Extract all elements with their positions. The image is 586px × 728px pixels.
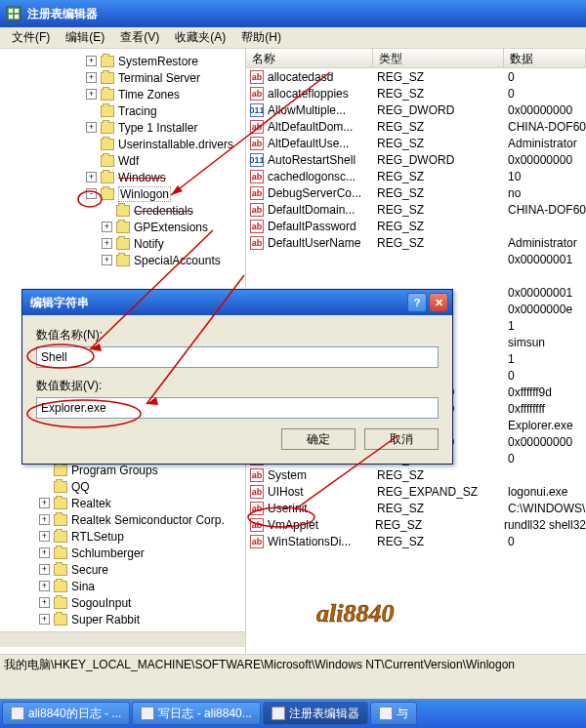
list-row[interactable]: abAltDefaultDom...REG_SZCHINA-DOF60 <box>246 118 586 135</box>
tree-item[interactable]: +Windows <box>4 169 245 185</box>
tree-label: Schlumberger <box>71 546 145 560</box>
list-row[interactable]: abDefaultUserNameREG_SZAdministrator <box>246 234 586 251</box>
menu-help[interactable]: 帮助(H) <box>233 27 289 48</box>
value-name: allocatedasd <box>268 70 333 84</box>
list-row[interactable]: abUIHostREG_EXPAND_SZlogonui.exe <box>246 483 586 500</box>
tree-item[interactable]: +Time Zones <box>4 86 245 102</box>
list-row[interactable]: 011AutoRestartShellREG_DWORD0x00000000 <box>246 151 586 168</box>
plus-icon[interactable]: + <box>39 498 50 508</box>
tree-item[interactable]: +SogouInput <box>4 594 245 611</box>
string-value-icon: ab <box>250 535 264 548</box>
tree-item[interactable]: +SystemRestore <box>4 53 245 69</box>
plus-icon[interactable]: + <box>39 514 50 525</box>
plus-icon[interactable]: + <box>86 172 97 182</box>
plus-icon[interactable]: + <box>86 89 97 100</box>
tree-label: GPExtensions <box>134 221 208 234</box>
plus-icon[interactable]: + <box>39 614 50 625</box>
tree-item[interactable]: +Schlumberger <box>4 545 245 561</box>
value-name-input[interactable] <box>36 346 439 368</box>
menu-file[interactable]: 文件(F) <box>4 27 58 48</box>
close-button[interactable]: ✕ <box>429 293 448 312</box>
plus-icon[interactable]: + <box>102 255 112 265</box>
list-row[interactable]: abDefaultDomain...REG_SZCHINA-DOF60 <box>246 201 586 218</box>
tree-item[interactable]: Userinstallable.drivers <box>4 136 245 152</box>
list-row[interactable]: abSystemREG_SZ <box>246 466 586 483</box>
dialog-titlebar[interactable]: 编辑字符串 ? ✕ <box>22 290 452 315</box>
tree-label: Program Groups <box>71 464 158 477</box>
value-name: cachedlogonsc... <box>268 170 356 183</box>
tree-item[interactable]: -Winlogon <box>4 185 245 202</box>
list-row[interactable]: abAltDefaultUse...REG_SZAdministrator <box>246 135 586 151</box>
value-type: REG_SZ <box>373 87 504 101</box>
folder-icon <box>101 139 114 150</box>
list-row[interactable]: abWinStationsDi...REG_SZ0 <box>246 533 586 549</box>
list-row[interactable]: abDefaultPasswordREG_SZ <box>246 218 586 234</box>
value-type: REG_SZ <box>373 535 504 548</box>
tree-item[interactable]: QQ <box>4 478 245 495</box>
list-row[interactable]: abVmAppletREG_SZrundll32 shell32 <box>246 516 586 533</box>
app-icon <box>272 707 285 720</box>
list-row[interactable]: abcachedlogonsc...REG_SZ10 <box>246 168 586 184</box>
tree-item[interactable]: +RTLSetup <box>4 528 245 545</box>
list-row[interactable]: aballocatedasdREG_SZ0 <box>246 68 586 85</box>
plus-icon[interactable]: + <box>86 72 97 83</box>
tree-item[interactable]: Wdf <box>4 152 245 169</box>
list-row[interactable]: abUserinitREG_SZC:\WINDOWS\ <box>246 500 586 516</box>
cancel-button[interactable]: 取消 <box>364 428 439 450</box>
menu-edit[interactable]: 编辑(E) <box>58 27 112 48</box>
col-data-header[interactable]: 数据 <box>504 49 586 67</box>
tree-label: RTLSetup <box>71 530 124 544</box>
minus-icon[interactable]: - <box>86 188 97 199</box>
menu-favorites[interactable]: 收藏夹(A) <box>167 27 233 48</box>
folder-icon <box>101 89 114 101</box>
plus-icon[interactable]: + <box>102 222 112 232</box>
plus-icon[interactable]: + <box>86 56 97 66</box>
col-name-header[interactable]: 名称 <box>246 49 373 67</box>
plus-icon[interactable]: + <box>39 547 50 558</box>
string-value-icon: ab <box>250 70 264 84</box>
col-type-header[interactable]: 类型 <box>373 49 504 67</box>
tree-item[interactable]: +Sina <box>4 578 245 594</box>
tree-hscroll[interactable] <box>0 631 245 647</box>
tree-item[interactable]: Tracing <box>4 102 245 119</box>
menu-view[interactable]: 查看(V) <box>112 27 167 48</box>
tree-item[interactable]: +Super Rabbit <box>4 611 245 627</box>
taskbar-button[interactable]: 注册表编辑器 <box>263 702 368 725</box>
tree-item[interactable]: +Terminal Server <box>4 69 245 86</box>
spacer-icon <box>86 139 97 149</box>
value-type: REG_SZ <box>373 120 504 134</box>
tree-item[interactable]: +GPExtensions <box>4 219 245 235</box>
plus-icon[interactable]: + <box>39 597 50 608</box>
value-type: REG_SZ <box>373 220 504 233</box>
plus-icon[interactable]: + <box>39 531 50 542</box>
value-data-input[interactable] <box>36 397 439 419</box>
taskbar-button[interactable]: 与 <box>370 702 417 725</box>
list-row[interactable] <box>246 267 586 284</box>
folder-icon <box>101 56 114 67</box>
folder-icon <box>116 238 130 250</box>
tree-item[interactable]: +Secure <box>4 561 245 578</box>
taskbar-button[interactable]: ali8840的日志 - ... <box>2 702 130 725</box>
plus-icon[interactable]: + <box>39 581 50 591</box>
ok-button[interactable]: 确定 <box>281 428 356 450</box>
value-type: REG_SZ <box>371 518 500 532</box>
list-row[interactable]: 0x00000001 <box>246 251 586 267</box>
help-button[interactable]: ? <box>407 293 427 312</box>
tree-item[interactable]: Credentials <box>4 202 245 219</box>
plus-icon[interactable]: + <box>86 122 97 133</box>
tree-item[interactable]: +Realtek <box>4 495 245 511</box>
tree-item[interactable]: +Notify <box>4 235 245 252</box>
folder-icon <box>116 205 130 217</box>
tree-item[interactable]: +SpecialAccounts <box>4 252 245 268</box>
value-name: AltDefaultDom... <box>268 120 353 134</box>
tree-item[interactable]: +Type 1 Installer <box>4 119 245 136</box>
list-row[interactable]: aballocatefloppiesREG_SZ0 <box>246 85 586 101</box>
plus-icon[interactable]: + <box>39 564 50 575</box>
tree-item[interactable]: +Realtek Semiconductor Corp. <box>4 511 245 528</box>
list-row[interactable]: abDebugServerCo...REG_SZno <box>246 184 586 201</box>
list-row[interactable]: 011AllowMultiple...REG_DWORD0x00000000 <box>246 101 586 118</box>
taskbar-button[interactable]: 写日志 - ali8840... <box>132 702 260 725</box>
value-data: Explorer.exe <box>504 419 586 432</box>
plus-icon[interactable]: + <box>102 238 112 249</box>
value-name: Userinit <box>268 502 308 515</box>
